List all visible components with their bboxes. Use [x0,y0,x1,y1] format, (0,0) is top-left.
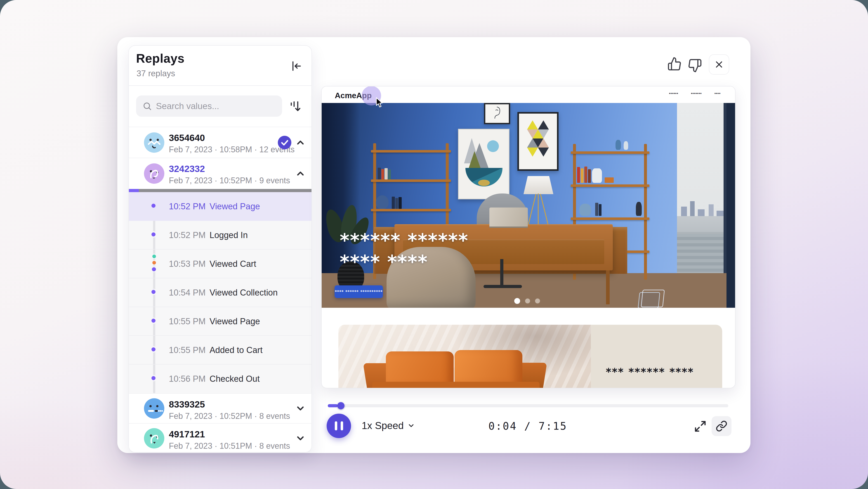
avatar [144,133,164,153]
collapse-left-icon [290,60,303,73]
event-dot [150,317,157,324]
event-title: Viewed Collection [210,288,278,297]
sort-descending-icon [288,99,302,113]
product-text-panel: *** ****** **** [591,325,722,388]
event-time: 10:52 PM [169,202,206,211]
thumbs-down-button[interactable] [688,58,702,73]
replayed-hero-banner: ****** ****** **** **** **** ****** ****… [322,103,736,308]
playback-progress-fill [328,404,338,407]
cursor-pointer-icon [375,97,384,108]
expand-icon [694,420,707,433]
thumbs-up-button[interactable] [667,57,682,71]
event-title: Checked Out [210,374,260,384]
thumbs-up-icon [667,57,682,71]
header-divider [129,85,311,86]
event-row[interactable]: 10:52 PM Logged In [129,221,311,250]
session-id: 8339325 [169,399,205,410]
hero-artwork-diamonds [518,112,559,171]
hero-artwork-mountains [458,129,509,199]
hero-cta-button[interactable]: **** ****** ********** [335,285,383,298]
playback-progress-knob[interactable] [337,402,344,409]
replayed-app-nav: ****** ******* **** [669,92,721,96]
replay-count: 37 replays [136,69,175,78]
session-row-selected[interactable]: 3242332 Feb 7, 2023 · 10:52PM · 9 events [129,158,311,189]
event-time: 10:52 PM [169,230,206,240]
time-divider: / [524,420,531,432]
event-dot [150,346,157,352]
chevron-down-icon[interactable] [295,403,306,414]
replay-viewport[interactable]: AcmeApp ****** ******* **** [321,86,736,388]
avatar [144,428,164,449]
chevron-down-icon[interactable] [295,433,306,443]
event-dot [150,375,157,381]
collapse-panel-button[interactable] [290,60,303,73]
carousel-dot-active[interactable] [514,298,520,304]
session-row[interactable]: 3654640 Feb 7, 2023 · 10:58PM · 12 event… [129,127,311,158]
chevron-down-icon [407,422,415,430]
watched-check-badge [278,136,291,150]
session-row[interactable]: 4917121 Feb 7, 2023 · 10:51PM · 8 events [129,423,311,453]
session-id: 3242332 [169,164,205,174]
carousel-dot[interactable] [535,298,540,304]
panel-title: Replays [136,51,184,66]
avatar [144,398,164,419]
masked-nav-item: **** [715,92,721,96]
masked-hero-subline: **** **** [340,251,428,273]
event-time: 10:54 PM [169,288,206,297]
event-row[interactable]: 10:53 PM Viewed Cart [129,250,311,278]
speed-label: 1x Speed [362,420,404,431]
event-row[interactable]: 10:55 PM Viewed Page [129,307,311,336]
event-dot [151,266,157,272]
event-time: 10:53 PM [169,259,206,269]
masked-button-label: **** ****** ********** [335,289,383,294]
event-time: 10:56 PM [169,374,206,384]
event-row[interactable]: 10:54 PM Viewed Collection [129,278,311,307]
masked-nav-item: ******* [691,92,702,96]
chevron-up-icon[interactable] [295,168,306,179]
playback-progress-track[interactable] [328,404,728,407]
event-title: Added to Cart [210,345,262,355]
product-photo-sofa [338,325,591,388]
event-row[interactable]: 10:55 PM Added to Cart [129,336,311,365]
event-dot [150,289,157,295]
search-box[interactable] [136,95,282,117]
masked-hero-headline: ****** ****** [340,230,468,251]
time-current: 0:04 [489,420,517,432]
expand-button[interactable] [693,419,708,434]
event-title: Viewed Page [210,202,260,211]
close-button[interactable] [709,54,729,75]
event-row[interactable]: 10:56 PM Checked Out [129,365,311,393]
hero-artwork-small [484,103,510,124]
app-background: Replays 37 replays 3654640 Feb 7, 2023 ·… [0,0,868,489]
carousel-dots [514,298,540,304]
sort-button[interactable] [288,99,302,113]
time-total: 7:15 [539,420,567,432]
event-dot-teal [151,254,157,259]
chevron-up-icon[interactable] [295,137,306,148]
search-icon [143,102,152,111]
link-icon [716,420,727,432]
speed-selector[interactable]: 1x Speed [362,420,415,431]
event-title: Viewed Page [210,317,260,326]
session-id: 3654640 [169,133,205,143]
session-progress-bar[interactable] [129,189,311,192]
masked-product-text: *** ****** **** [606,366,694,378]
event-timeline: 10:52 PM Viewed Page 10:52 PM Logged In … [129,192,311,393]
replays-panel: Replays 37 replays 3654640 Feb 7, 2023 ·… [128,45,312,453]
event-row-selected[interactable]: 10:52 PM Viewed Page [129,192,311,221]
session-row[interactable]: 8339325 Feb 7, 2023 · 10:52PM · 8 events [129,393,311,423]
session-meta: Feb 7, 2023 · 10:51PM · 8 events [169,441,290,451]
hero-floor-lamp [524,176,553,194]
session-id: 4917121 [169,429,205,440]
hero-magazine-rack [638,292,660,308]
event-dot [150,231,157,238]
hero-laptop [489,207,528,227]
carousel-dot[interactable] [525,298,530,304]
pause-button[interactable] [327,414,351,438]
copy-link-button[interactable] [712,416,732,436]
playback-time: 0:04 / 7:15 [479,420,577,432]
session-meta: Feb 7, 2023 · 10:52PM · 9 events [169,176,290,185]
hero-curtain [726,103,736,308]
avatar [144,163,164,184]
search-input[interactable] [156,101,274,111]
